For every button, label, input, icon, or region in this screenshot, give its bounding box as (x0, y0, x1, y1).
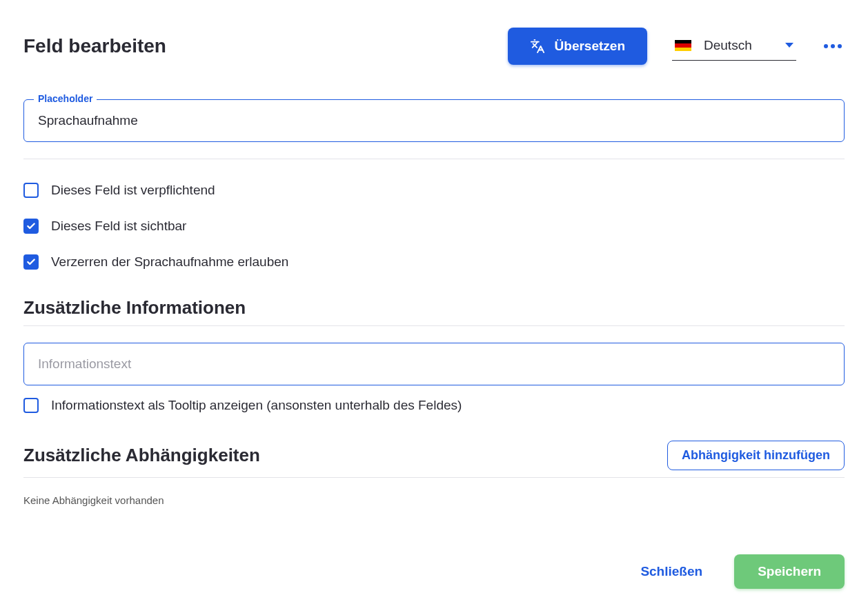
dot-icon (838, 44, 842, 48)
translate-icon (530, 39, 545, 54)
language-label: Deutsch (704, 38, 773, 53)
chevron-down-icon (785, 43, 793, 48)
header-actions: Übersetzen Deutsch (508, 28, 845, 65)
placeholder-label: Placeholder (34, 93, 97, 104)
info-text-input[interactable] (37, 356, 831, 372)
mandatory-check-row[interactable]: Dieses Feld ist verpflichtend (23, 183, 845, 198)
language-select[interactable]: Deutsch (672, 32, 796, 61)
mandatory-check-label: Dieses Feld ist verpflichtend (51, 183, 215, 198)
placeholder-input[interactable] (37, 112, 831, 129)
placeholder-field[interactable]: Placeholder (23, 99, 845, 142)
dot-icon (824, 44, 828, 48)
visible-check-label: Dieses Feld ist sichtbar (51, 219, 186, 234)
checkbox-unchecked-icon[interactable] (23, 398, 39, 413)
save-button[interactable]: Speichern (734, 554, 845, 589)
header-row: Feld bearbeiten Übersetzen Deutsch (23, 28, 845, 65)
dependencies-empty-text: Keine Abhängigkeit vorhanden (23, 494, 845, 506)
dependencies-title: Zusätzliche Abhängigkeiten (23, 445, 260, 466)
close-button[interactable]: Schließen (636, 563, 707, 580)
distort-check-row[interactable]: Verzerren der Sprachaufnahme erlauben (23, 254, 845, 270)
page-title: Feld bearbeiten (23, 35, 166, 57)
divider (23, 325, 845, 326)
footer-actions: Schließen Speichern (23, 554, 845, 589)
checkbox-checked-icon[interactable] (23, 254, 39, 270)
checkbox-unchecked-icon[interactable] (23, 183, 39, 198)
distort-check-label: Verzerren der Sprachaufnahme erlauben (51, 254, 288, 270)
divider (23, 477, 845, 478)
tooltip-check-row[interactable]: Informationstext als Tooltip anzeigen (a… (23, 398, 845, 413)
add-dependency-button[interactable]: Abhängigkeit hinzufügen (667, 441, 845, 470)
dependencies-title-row: Zusätzliche Abhängigkeiten Abhängigkeit … (23, 441, 845, 470)
divider (23, 159, 845, 159)
more-menu-button[interactable] (821, 41, 845, 51)
translate-button[interactable]: Übersetzen (508, 28, 647, 65)
tooltip-check-label: Informationstext als Tooltip anzeigen (a… (51, 398, 462, 413)
flag-germany-icon (675, 40, 691, 51)
translate-button-label: Übersetzen (555, 39, 625, 54)
info-text-field[interactable] (23, 343, 845, 385)
checkbox-checked-icon[interactable] (23, 219, 39, 234)
additional-info-title: Zusätzliche Informationen (23, 297, 845, 319)
visible-check-row[interactable]: Dieses Feld ist sichtbar (23, 219, 845, 234)
dot-icon (831, 44, 835, 48)
